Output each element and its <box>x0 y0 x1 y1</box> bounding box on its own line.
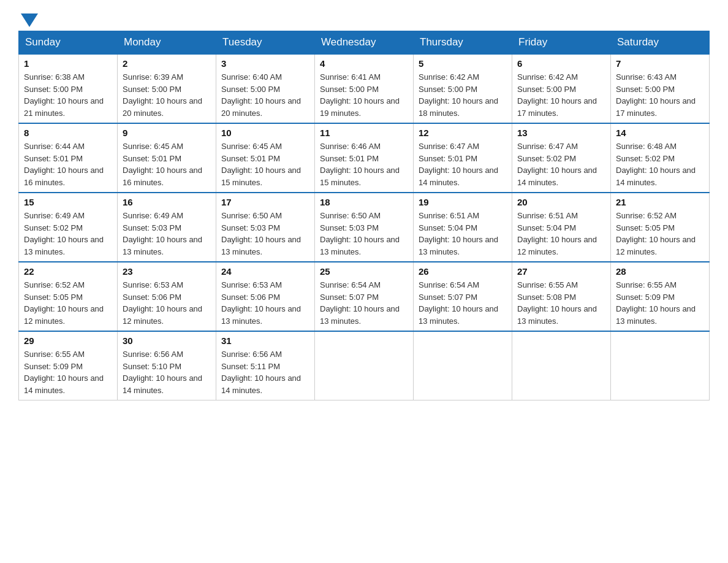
calendar-header-row: SundayMondayTuesdayWednesdayThursdayFrid… <box>19 31 710 55</box>
day-info: Sunrise: 6:45 AM Sunset: 5:01 PM Dayligh… <box>123 140 211 188</box>
calendar-cell: 28 Sunrise: 6:55 AM Sunset: 5:09 PM Dayl… <box>611 262 710 331</box>
day-number: 9 <box>123 128 211 138</box>
day-info: Sunrise: 6:56 AM Sunset: 5:11 PM Dayligh… <box>221 348 309 396</box>
calendar-week-row: 15 Sunrise: 6:49 AM Sunset: 5:02 PM Dayl… <box>19 193 710 262</box>
day-info: Sunrise: 6:39 AM Sunset: 5:00 PM Dayligh… <box>123 71 211 119</box>
logo-triangle-icon <box>21 13 38 27</box>
day-number: 7 <box>616 58 704 69</box>
page-header <box>18 12 710 25</box>
calendar-cell: 12 Sunrise: 6:47 AM Sunset: 5:01 PM Dayl… <box>414 123 512 193</box>
calendar-cell: 14 Sunrise: 6:48 AM Sunset: 5:02 PM Dayl… <box>611 123 710 193</box>
day-header-tuesday: Tuesday <box>216 31 315 55</box>
calendar-cell: 17 Sunrise: 6:50 AM Sunset: 5:03 PM Dayl… <box>216 193 315 262</box>
day-info: Sunrise: 6:47 AM Sunset: 5:02 PM Dayligh… <box>517 140 605 188</box>
calendar-cell <box>512 331 611 400</box>
day-info: Sunrise: 6:50 AM Sunset: 5:03 PM Dayligh… <box>221 210 309 258</box>
day-info: Sunrise: 6:52 AM Sunset: 5:05 PM Dayligh… <box>616 210 704 258</box>
day-info: Sunrise: 6:43 AM Sunset: 5:00 PM Dayligh… <box>616 71 704 119</box>
calendar-cell: 7 Sunrise: 6:43 AM Sunset: 5:00 PM Dayli… <box>611 54 710 123</box>
day-number: 2 <box>123 58 211 69</box>
day-number: 28 <box>616 266 704 277</box>
calendar-cell: 5 Sunrise: 6:42 AM Sunset: 5:00 PM Dayli… <box>414 54 512 123</box>
day-number: 10 <box>221 128 309 138</box>
calendar-cell: 19 Sunrise: 6:51 AM Sunset: 5:04 PM Dayl… <box>414 193 512 262</box>
calendar-cell: 3 Sunrise: 6:40 AM Sunset: 5:00 PM Dayli… <box>216 54 315 123</box>
calendar-cell: 30 Sunrise: 6:56 AM Sunset: 5:10 PM Dayl… <box>118 331 216 400</box>
day-info: Sunrise: 6:53 AM Sunset: 5:06 PM Dayligh… <box>221 279 309 327</box>
calendar-cell <box>414 331 512 400</box>
calendar-cell: 21 Sunrise: 6:52 AM Sunset: 5:05 PM Dayl… <box>611 193 710 262</box>
calendar-cell: 8 Sunrise: 6:44 AM Sunset: 5:01 PM Dayli… <box>19 123 118 193</box>
day-info: Sunrise: 6:42 AM Sunset: 5:00 PM Dayligh… <box>419 71 507 119</box>
day-info: Sunrise: 6:41 AM Sunset: 5:00 PM Dayligh… <box>320 71 408 119</box>
day-header-sunday: Sunday <box>19 31 118 55</box>
day-number: 27 <box>517 266 605 277</box>
day-info: Sunrise: 6:49 AM Sunset: 5:02 PM Dayligh… <box>24 210 112 258</box>
day-number: 31 <box>221 335 309 346</box>
day-number: 8 <box>24 128 112 138</box>
day-number: 29 <box>24 335 112 346</box>
calendar-week-row: 22 Sunrise: 6:52 AM Sunset: 5:05 PM Dayl… <box>19 262 710 331</box>
calendar-cell: 11 Sunrise: 6:46 AM Sunset: 5:01 PM Dayl… <box>315 123 414 193</box>
day-number: 30 <box>123 335 211 346</box>
day-info: Sunrise: 6:53 AM Sunset: 5:06 PM Dayligh… <box>123 279 211 327</box>
calendar-cell: 10 Sunrise: 6:45 AM Sunset: 5:01 PM Dayl… <box>216 123 315 193</box>
calendar-cell: 6 Sunrise: 6:42 AM Sunset: 5:00 PM Dayli… <box>512 54 611 123</box>
calendar-week-row: 1 Sunrise: 6:38 AM Sunset: 5:00 PM Dayli… <box>19 54 710 123</box>
day-info: Sunrise: 6:42 AM Sunset: 5:00 PM Dayligh… <box>517 71 605 119</box>
day-number: 24 <box>221 266 309 277</box>
day-info: Sunrise: 6:38 AM Sunset: 5:00 PM Dayligh… <box>24 71 112 119</box>
day-number: 22 <box>24 266 112 277</box>
calendar-week-row: 8 Sunrise: 6:44 AM Sunset: 5:01 PM Dayli… <box>19 123 710 193</box>
day-number: 17 <box>221 197 309 207</box>
day-number: 20 <box>517 197 605 207</box>
calendar-cell: 9 Sunrise: 6:45 AM Sunset: 5:01 PM Dayli… <box>118 123 216 193</box>
day-info: Sunrise: 6:40 AM Sunset: 5:00 PM Dayligh… <box>221 71 309 119</box>
calendar-cell: 2 Sunrise: 6:39 AM Sunset: 5:00 PM Dayli… <box>118 54 216 123</box>
day-info: Sunrise: 6:55 AM Sunset: 5:08 PM Dayligh… <box>517 279 605 327</box>
calendar-cell: 26 Sunrise: 6:54 AM Sunset: 5:07 PM Dayl… <box>414 262 512 331</box>
calendar-week-row: 29 Sunrise: 6:55 AM Sunset: 5:09 PM Dayl… <box>19 331 710 400</box>
calendar-cell: 27 Sunrise: 6:55 AM Sunset: 5:08 PM Dayl… <box>512 262 611 331</box>
day-info: Sunrise: 6:45 AM Sunset: 5:01 PM Dayligh… <box>221 140 309 188</box>
calendar-cell: 31 Sunrise: 6:56 AM Sunset: 5:11 PM Dayl… <box>216 331 315 400</box>
day-number: 6 <box>517 58 605 69</box>
day-info: Sunrise: 6:47 AM Sunset: 5:01 PM Dayligh… <box>419 140 507 188</box>
day-info: Sunrise: 6:55 AM Sunset: 5:09 PM Dayligh… <box>616 279 704 327</box>
day-number: 15 <box>24 197 112 207</box>
day-number: 12 <box>419 128 507 138</box>
day-header-thursday: Thursday <box>414 31 512 55</box>
calendar-cell: 25 Sunrise: 6:54 AM Sunset: 5:07 PM Dayl… <box>315 262 414 331</box>
day-number: 26 <box>419 266 507 277</box>
calendar-table: SundayMondayTuesdayWednesdayThursdayFrid… <box>18 31 710 400</box>
day-info: Sunrise: 6:52 AM Sunset: 5:05 PM Dayligh… <box>24 279 112 327</box>
day-header-wednesday: Wednesday <box>315 31 414 55</box>
day-number: 13 <box>517 128 605 138</box>
calendar-cell <box>611 331 710 400</box>
day-info: Sunrise: 6:54 AM Sunset: 5:07 PM Dayligh… <box>419 279 507 327</box>
calendar-cell: 13 Sunrise: 6:47 AM Sunset: 5:02 PM Dayl… <box>512 123 611 193</box>
day-info: Sunrise: 6:55 AM Sunset: 5:09 PM Dayligh… <box>24 348 112 396</box>
logo <box>18 12 38 25</box>
day-info: Sunrise: 6:44 AM Sunset: 5:01 PM Dayligh… <box>24 140 112 188</box>
calendar-cell: 22 Sunrise: 6:52 AM Sunset: 5:05 PM Dayl… <box>19 262 118 331</box>
day-info: Sunrise: 6:49 AM Sunset: 5:03 PM Dayligh… <box>123 210 211 258</box>
day-number: 3 <box>221 58 309 69</box>
day-number: 25 <box>320 266 408 277</box>
calendar-cell: 16 Sunrise: 6:49 AM Sunset: 5:03 PM Dayl… <box>118 193 216 262</box>
calendar-cell: 24 Sunrise: 6:53 AM Sunset: 5:06 PM Dayl… <box>216 262 315 331</box>
day-number: 16 <box>123 197 211 207</box>
day-header-monday: Monday <box>118 31 216 55</box>
day-number: 21 <box>616 197 704 207</box>
calendar-cell <box>315 331 414 400</box>
calendar-cell: 23 Sunrise: 6:53 AM Sunset: 5:06 PM Dayl… <box>118 262 216 331</box>
day-info: Sunrise: 6:48 AM Sunset: 5:02 PM Dayligh… <box>616 140 704 188</box>
day-info: Sunrise: 6:54 AM Sunset: 5:07 PM Dayligh… <box>320 279 408 327</box>
day-number: 23 <box>123 266 211 277</box>
day-number: 4 <box>320 58 408 69</box>
day-info: Sunrise: 6:46 AM Sunset: 5:01 PM Dayligh… <box>320 140 408 188</box>
day-number: 18 <box>320 197 408 207</box>
calendar-cell: 20 Sunrise: 6:51 AM Sunset: 5:04 PM Dayl… <box>512 193 611 262</box>
day-info: Sunrise: 6:56 AM Sunset: 5:10 PM Dayligh… <box>123 348 211 396</box>
day-header-friday: Friday <box>512 31 611 55</box>
